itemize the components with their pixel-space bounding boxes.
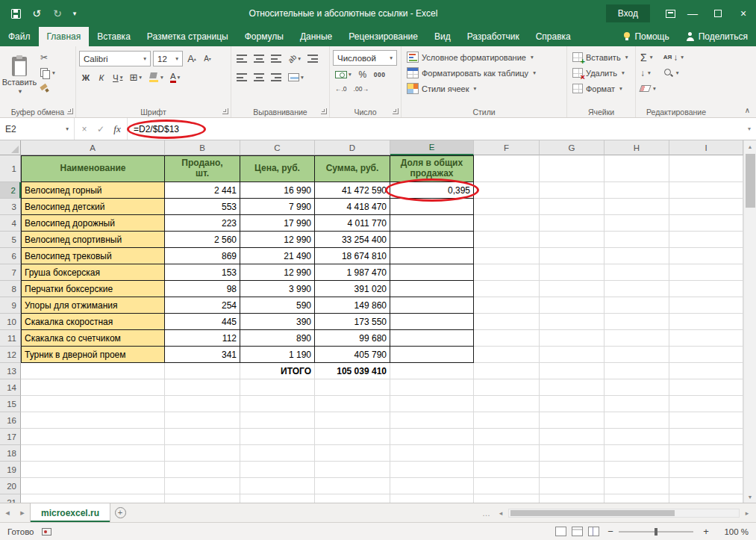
sheet-nav-right-icon[interactable]: ▸	[15, 503, 30, 522]
cell-A21[interactable]	[21, 494, 165, 503]
cell-F14[interactable]	[474, 379, 540, 396]
cell-D17[interactable]	[315, 429, 390, 445]
collapse-ribbon-button[interactable]: ∧	[745, 106, 750, 114]
cell-D2[interactable]: 41 472 590	[315, 182, 390, 199]
close-button[interactable]: ×	[731, 4, 756, 23]
fill-button[interactable]: ↓▾	[639, 65, 657, 81]
cell-H5[interactable]	[605, 232, 669, 248]
maximize-button[interactable]	[705, 4, 731, 23]
cell-C5[interactable]: 12 990	[240, 232, 315, 248]
help-button[interactable]: Помощь	[615, 27, 677, 46]
cell-E18[interactable]	[390, 445, 474, 462]
cell-D15[interactable]	[315, 396, 390, 412]
borders-button[interactable]: ⊞▾	[127, 69, 144, 86]
cell-D14[interactable]	[315, 379, 390, 396]
cell-G21[interactable]	[540, 494, 605, 503]
cell-F15[interactable]	[474, 396, 540, 412]
row-header-15[interactable]: 15	[0, 396, 21, 412]
cell-A16[interactable]	[21, 412, 165, 429]
cell-H21[interactable]	[605, 494, 669, 503]
tab-file[interactable]: Файл	[0, 27, 39, 46]
cell-H15[interactable]	[605, 396, 669, 412]
column-header-F[interactable]: F	[474, 140, 540, 155]
cell-I13[interactable]	[669, 363, 743, 379]
cell-C19[interactable]	[240, 462, 315, 478]
cell-D9[interactable]: 149 860	[315, 297, 390, 314]
cell-D21[interactable]	[315, 494, 390, 503]
cell-G8[interactable]	[540, 281, 605, 297]
vertical-scrollbar[interactable]: ▲ ▼	[743, 140, 756, 503]
cell-E9[interactable]	[390, 297, 474, 314]
cell-E19[interactable]	[390, 462, 474, 478]
cell-C20[interactable]	[240, 478, 315, 494]
cell-styles-button[interactable]: Стили ячеек▾	[404, 81, 563, 96]
cell-G15[interactable]	[540, 396, 605, 412]
cell-H11[interactable]	[605, 330, 669, 347]
cell-E10[interactable]	[390, 314, 474, 330]
column-header-A[interactable]: A	[21, 140, 165, 155]
row-header-9[interactable]: 9	[0, 297, 21, 314]
cell-G2[interactable]	[540, 182, 605, 199]
shrink-font-button[interactable]: А	[201, 51, 214, 67]
cell-A8[interactable]: Перчатки боксерские	[21, 281, 165, 297]
sign-in-button[interactable]: Вход	[606, 4, 650, 22]
cell-A9[interactable]: Упоры для отжимания	[21, 297, 165, 314]
format-painter-button[interactable]	[39, 81, 57, 96]
format-as-table-button[interactable]: Форматировать как таблицу▾	[404, 65, 563, 81]
sort-filter-button[interactable]: АЯ↓▾	[662, 49, 685, 65]
wrap-text-button[interactable]	[305, 51, 320, 67]
cell-E21[interactable]	[390, 494, 474, 503]
dialog-launcher-icon[interactable]	[222, 108, 228, 114]
row-header-3[interactable]: 3	[0, 199, 21, 215]
cell-C6[interactable]: 21 490	[240, 248, 315, 264]
number-format-combo[interactable]: Числовой▾	[333, 50, 397, 66]
cell-E20[interactable]	[390, 478, 474, 494]
row-header-12[interactable]: 12	[0, 347, 21, 363]
macro-record-icon[interactable]	[42, 528, 51, 536]
zoom-in-button[interactable]: +	[699, 526, 713, 537]
cell-G4[interactable]	[540, 215, 605, 232]
cell-H14[interactable]	[605, 379, 669, 396]
delete-cells-button[interactable]: Удалить▾	[570, 65, 632, 81]
font-name-combo[interactable]: Calibri▾	[79, 51, 151, 66]
cell-A20[interactable]	[21, 478, 165, 494]
cell-C14[interactable]	[240, 379, 315, 396]
cell-H9[interactable]	[605, 297, 669, 314]
cell-F6[interactable]	[474, 248, 540, 264]
cell-C16[interactable]	[240, 412, 315, 429]
cell-G16[interactable]	[540, 412, 605, 429]
find-select-button[interactable]: ▾	[662, 65, 685, 81]
cell-B1[interactable]: Продано, шт.	[165, 155, 240, 182]
share-button[interactable]: Поделиться	[678, 27, 756, 46]
cell-G18[interactable]	[540, 445, 605, 462]
cell-B11[interactable]: 112	[165, 330, 240, 347]
cell-F9[interactable]	[474, 297, 540, 314]
cell-H7[interactable]	[605, 264, 669, 281]
cell-D16[interactable]	[315, 412, 390, 429]
cell-D19[interactable]	[315, 462, 390, 478]
column-header-D[interactable]: D	[315, 140, 390, 155]
bold-button[interactable]: Ж	[79, 69, 93, 86]
cell-F3[interactable]	[474, 199, 540, 215]
cell-E13[interactable]	[390, 363, 474, 379]
tab-вид[interactable]: Вид	[426, 27, 459, 46]
tab-главная[interactable]: Главная	[39, 27, 90, 46]
cell-D13[interactable]: 105 039 410	[315, 363, 390, 379]
minimize-button[interactable]: —	[680, 4, 705, 23]
cell-F7[interactable]	[474, 264, 540, 281]
cell-A18[interactable]	[21, 445, 165, 462]
row-header-2[interactable]: 2	[0, 182, 21, 199]
tab-вставка[interactable]: Вставка	[89, 27, 139, 46]
cell-B6[interactable]: 869	[165, 248, 240, 264]
tab-разработчик[interactable]: Разработчик	[459, 27, 528, 46]
cell-A6[interactable]: Велосипед трековый	[21, 248, 165, 264]
align-top-button[interactable]	[234, 51, 249, 67]
conditional-formatting-button[interactable]: Условное форматирование▾	[404, 49, 563, 65]
cell-D10[interactable]: 173 550	[315, 314, 390, 330]
align-center-button[interactable]	[252, 69, 266, 86]
scroll-down-icon[interactable]: ▼	[744, 491, 756, 503]
tab-рецензирование[interactable]: Рецензирование	[340, 27, 426, 46]
zoom-slider[interactable]	[619, 531, 693, 533]
grow-font-button[interactable]: А	[185, 51, 199, 67]
cell-I1[interactable]	[669, 155, 743, 182]
